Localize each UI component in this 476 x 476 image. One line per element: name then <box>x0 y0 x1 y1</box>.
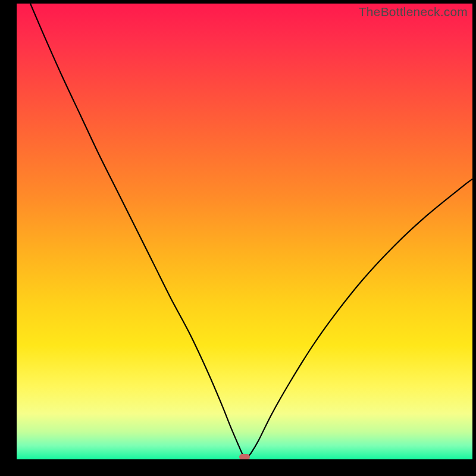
bottleneck-curve <box>17 4 472 459</box>
plot-area: TheBottleneck.com <box>17 4 472 459</box>
curve-path <box>30 4 472 459</box>
chart-container: TheBottleneck.com <box>0 0 476 476</box>
